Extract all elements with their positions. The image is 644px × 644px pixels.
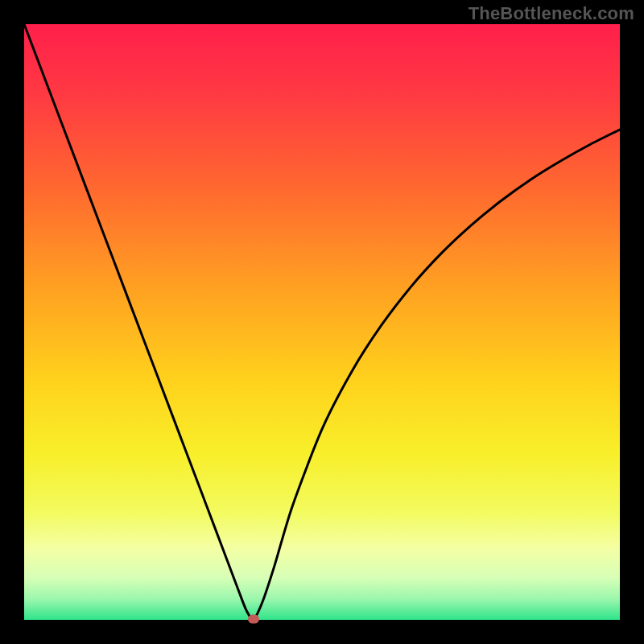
watermark-text: TheBottleneck.com [469,3,634,24]
optimum-marker-icon [248,615,259,624]
bottleneck-curve [24,24,620,620]
chart-container: TheBottleneck.com [0,0,644,644]
plot-area [24,24,620,620]
